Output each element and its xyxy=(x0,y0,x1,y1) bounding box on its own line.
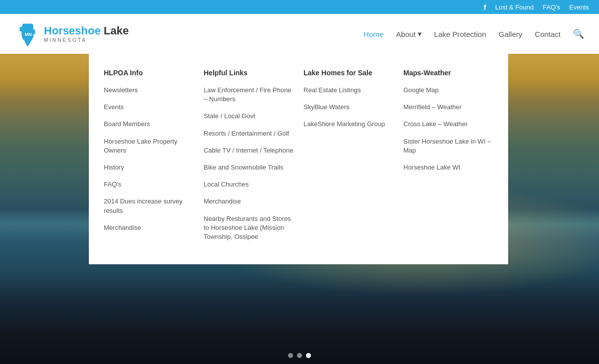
item-merrifield[interactable]: Merrifield – Weather xyxy=(403,103,493,112)
nav-home[interactable]: Home xyxy=(363,30,383,38)
item-horseshoe-wi[interactable]: Horseshoe Lake WI xyxy=(403,163,493,172)
item-nearby[interactable]: Nearby Resturants and Stores to Horsesho… xyxy=(204,214,294,242)
item-merchandise[interactable]: Merchandise xyxy=(104,223,194,232)
col-hlpoa-title: HLPOA Info xyxy=(104,69,194,77)
item-real-estate[interactable]: Real Estate Listings xyxy=(303,86,393,95)
events-top-link[interactable]: Events xyxy=(569,3,589,11)
item-lakeshore[interactable]: LakeShore Marketing Group xyxy=(303,120,393,129)
logo[interactable]: MN Horseshoe Lake MINNESOTA xyxy=(15,21,129,46)
item-faqs[interactable]: FAQ's xyxy=(104,180,194,189)
carousel-dot-0[interactable] xyxy=(288,353,293,358)
item-law-enforcement[interactable]: Law Enforcement / Fire Phone – Numbers xyxy=(204,86,294,104)
item-google-map[interactable]: Google Map xyxy=(403,86,493,95)
svg-text:MN: MN xyxy=(25,32,32,37)
nav-about[interactable]: About ▾ xyxy=(396,29,421,38)
item-state-local[interactable]: State / Local Govt xyxy=(204,112,294,121)
top-bar: f Lost & Found FAQ's Events xyxy=(0,0,599,14)
item-property-owners[interactable]: Horseshoe Lake Property Owners xyxy=(104,137,194,155)
item-dues-survey[interactable]: 2014 Dues increase survey results xyxy=(104,197,194,215)
nav-lake-protection[interactable]: Lake Protection xyxy=(434,30,486,38)
carousel-dot-1[interactable] xyxy=(297,353,302,358)
dropdown-menu: HLPOA InfoNewslettersEventsBoard Members… xyxy=(89,54,508,264)
main-nav: Home About ▾ Lake Protection Gallery Con… xyxy=(363,28,584,39)
logo-icon: MN xyxy=(15,21,40,46)
logo-subtext: MINNESOTA xyxy=(44,37,129,43)
logo-name-colored: Horseshoe xyxy=(44,24,101,37)
item-skyblue[interactable]: SkyBlue Waters xyxy=(303,103,393,112)
col-helpful: Helpful LinksLaw Enforcement / Fire Phon… xyxy=(204,69,294,249)
item-resorts[interactable]: Resorts / Entertainment / Golf xyxy=(204,129,294,138)
item-merch2[interactable]: Merchandise xyxy=(204,197,294,206)
search-icon[interactable]: 🔍 xyxy=(573,28,584,39)
col-homes-title: Lake Homes for Sale xyxy=(303,69,393,77)
col-maps: Maps-WeatherGoogle MapMerrifield – Weath… xyxy=(403,69,493,249)
item-trails[interactable]: Bike and Snowmobile Trails xyxy=(204,163,294,172)
logo-text: Horseshoe Lake MINNESOTA xyxy=(44,25,129,42)
chevron-down-icon: ▾ xyxy=(418,29,422,38)
carousel-dot-2[interactable] xyxy=(306,353,311,358)
lost-found-link[interactable]: Lost & Found xyxy=(495,3,534,11)
item-cross-lake[interactable]: Cross Lake – Weather xyxy=(403,120,493,129)
item-history[interactable]: History xyxy=(104,163,194,172)
item-churches[interactable]: Local Churches xyxy=(204,180,294,189)
item-sister-lake[interactable]: Sister Horseshoe Lake in WI – Map xyxy=(403,137,493,155)
nav-contact[interactable]: Contact xyxy=(535,30,561,38)
item-newsletters[interactable]: Newsletters xyxy=(104,86,194,95)
facebook-icon[interactable]: f xyxy=(484,3,486,11)
col-homes: Lake Homes for SaleReal Estate ListingsS… xyxy=(303,69,393,249)
col-maps-title: Maps-Weather xyxy=(403,69,493,77)
header: MN Horseshoe Lake MINNESOTA Home About ▾… xyxy=(0,14,599,54)
logo-name: Horseshoe Lake xyxy=(44,25,129,37)
col-helpful-title: Helpful Links xyxy=(204,69,294,77)
item-events[interactable]: Events xyxy=(104,103,194,112)
nav-gallery[interactable]: Gallery xyxy=(499,30,523,38)
item-cable-tv[interactable]: Cable TV / Internet / Telephone xyxy=(204,146,294,155)
col-hlpoa: HLPOA InfoNewslettersEventsBoard Members… xyxy=(104,69,194,249)
item-board-members[interactable]: Board Members xyxy=(104,120,194,129)
faqs-top-link[interactable]: FAQ's xyxy=(543,3,560,11)
carousel-dots xyxy=(288,353,311,358)
